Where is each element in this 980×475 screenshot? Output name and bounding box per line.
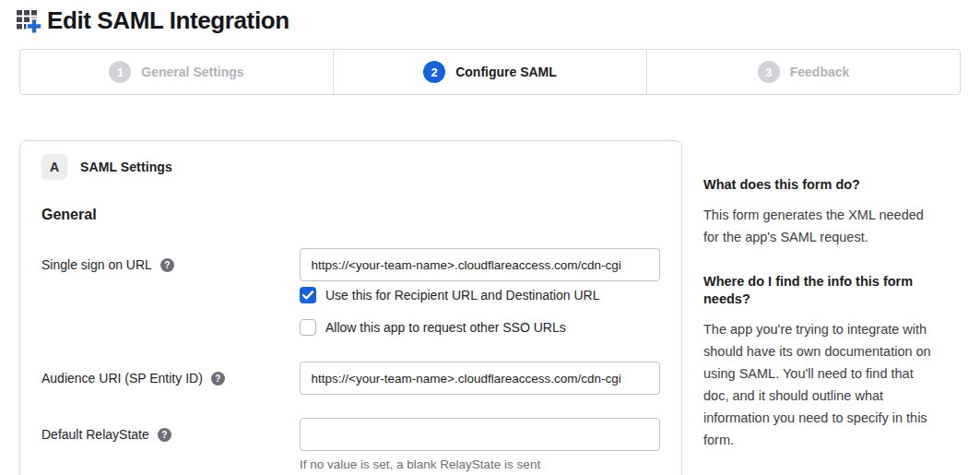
sso-url-label-group: Single sign on URL ? <box>41 248 300 281</box>
step-feedback[interactable]: 3 Feedback <box>646 50 960 94</box>
recipient-url-checkbox-row: Use this for Recipient URL and Destinati… <box>300 287 660 303</box>
audience-uri-row: Audience URI (SP Entity ID) ? <box>41 362 660 395</box>
audience-uri-label-group: Audience URI (SP Entity ID) ? <box>41 362 300 395</box>
relay-state-input[interactable] <box>300 418 660 451</box>
recipient-url-checkbox[interactable] <box>300 287 316 303</box>
relay-state-hint: If no value is set, a blank RelayState i… <box>300 457 660 471</box>
card-header: A SAML Settings <box>41 154 660 180</box>
audience-uri-input-col <box>300 362 660 395</box>
step-1-number-badge: 1 <box>109 61 131 83</box>
relay-state-label: Default RelayState <box>41 427 149 443</box>
help-heading-what: What does this form do? <box>703 176 941 194</box>
sso-url-input[interactable] <box>300 248 660 281</box>
help-panel: What does this form do? This form genera… <box>703 140 941 475</box>
other-sso-urls-checkbox[interactable] <box>300 319 316 336</box>
audience-uri-help-icon[interactable]: ? <box>211 372 225 386</box>
step-configure-saml[interactable]: 2 Configure SAML <box>333 50 646 94</box>
relay-state-label-group: Default RelayState ? <box>41 418 300 451</box>
relay-state-help-icon[interactable]: ? <box>158 428 171 442</box>
step-2-label: Configure SAML <box>455 65 557 79</box>
recipient-url-checkbox-label[interactable]: Use this for Recipient URL and Destinati… <box>325 288 600 303</box>
saml-settings-card: A SAML Settings General Single sign on U… <box>19 140 682 475</box>
help-body-what: This form generates the XML needed for t… <box>703 204 941 248</box>
audience-uri-label: Audience URI (SP Entity ID) <box>41 371 203 386</box>
section-title: SAML Settings <box>80 160 172 174</box>
sso-url-label: Single sign on URL <box>41 257 152 273</box>
section-a-badge: A <box>41 154 67 180</box>
content-area: A SAML Settings General Single sign on U… <box>19 140 961 475</box>
other-sso-urls-checkbox-row: Allow this app to request other SSO URLs <box>300 319 660 336</box>
help-body-where: The app you're trying to integrate with … <box>703 318 941 451</box>
wizard-steps: 1 General Settings 2 Configure SAML 3 Fe… <box>19 49 961 95</box>
other-sso-urls-checkbox-label[interactable]: Allow this app to request other SSO URLs <box>325 320 566 335</box>
general-group-title: General <box>41 207 660 223</box>
sso-url-input-col <box>300 248 660 281</box>
step-3-number-badge: 3 <box>758 61 780 83</box>
audience-uri-input[interactable] <box>300 362 660 395</box>
app-grid-add-icon <box>15 6 43 35</box>
help-heading-where: Where do I find the info this form needs… <box>703 273 941 308</box>
relay-state-row: Default RelayState ? <box>41 418 660 451</box>
sso-url-help-icon[interactable]: ? <box>160 258 174 272</box>
relay-state-input-col <box>300 418 660 451</box>
step-general-settings[interactable]: 1 General Settings <box>20 50 333 94</box>
sso-url-row: Single sign on URL ? <box>41 248 660 281</box>
page-title: Edit SAML Integration <box>47 6 289 35</box>
page-header: Edit SAML Integration <box>0 0 980 35</box>
step-2-number-badge: 2 <box>423 61 445 83</box>
step-1-label: General Settings <box>141 65 243 79</box>
step-3-label: Feedback <box>790 65 850 79</box>
